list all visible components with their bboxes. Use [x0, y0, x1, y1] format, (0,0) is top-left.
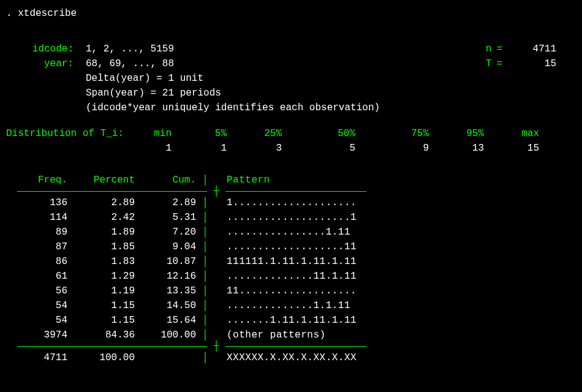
th-freq: Freq.	[6, 173, 67, 187]
year-line: year: 68, 69, ..., 88 T = 15	[6, 56, 576, 71]
dist-v-p95: 13	[429, 141, 484, 156]
year-label: year:	[6, 56, 74, 71]
cell-pct: 1.83	[67, 254, 135, 269]
table-total-row: 4711 100.00 │ XXXXXX.X.XX.X.XX.X.XX	[6, 350, 576, 365]
total-freq: 4711	[6, 350, 67, 365]
distribution-values: 1 1 3 5 9 13 15	[6, 141, 576, 156]
dist-h-p95: 95%	[429, 126, 484, 141]
distribution-header: Distribution of T_i: min 5% 25% 50% 75% …	[6, 126, 576, 141]
cell-pattern: ...................11	[214, 239, 357, 254]
th-pct: Percent	[67, 173, 135, 187]
cell-freq: 61	[6, 269, 67, 284]
cell-pattern: 111111.1.11.1.11.1.11	[214, 254, 357, 269]
idcode-label: idcode:	[6, 42, 74, 56]
T-label: T	[455, 56, 491, 71]
total-pct: 100.00	[67, 350, 135, 365]
table-header-row: Freq. Percent Cum. │ Pattern	[6, 173, 576, 187]
cell-pattern: ................1.11	[214, 225, 350, 239]
span-note: Span(year) = 21 periods	[6, 86, 576, 100]
cell-freq: 89	[6, 225, 67, 239]
cell-pct: 1.19	[67, 284, 135, 298]
cell-pct: 1.29	[67, 269, 135, 284]
cell-cum: 7.20	[135, 225, 196, 239]
pattern-table: Freq. Percent Cum. │ Pattern ┼ 1362.892.…	[6, 173, 576, 365]
col-divider-icon: │	[196, 284, 214, 298]
n-label: n	[455, 42, 491, 56]
cell-cum: 12.16	[135, 269, 196, 284]
cell-freq: 114	[6, 210, 67, 225]
col-divider-icon: │	[196, 298, 214, 313]
cell-pct: 1.89	[67, 225, 135, 239]
dist-v-max: 15	[484, 141, 539, 156]
cell-pattern: ....................1	[214, 210, 357, 225]
col-divider-icon: │	[196, 254, 214, 269]
table-row: 561.1913.35│11...................	[6, 284, 576, 298]
table-row: 1142.425.31│....................1	[6, 210, 576, 225]
cell-freq: 54	[6, 313, 67, 328]
cell-freq: 87	[6, 239, 67, 254]
cell-cum: 10.87	[135, 254, 196, 269]
cell-pattern: 1....................	[214, 195, 357, 210]
cell-cum: 14.50	[135, 298, 196, 313]
n-equals: =	[491, 42, 507, 56]
dist-h-p25: 25%	[227, 126, 282, 141]
cell-pct: 2.89	[67, 195, 135, 210]
dist-h-p50: 50%	[282, 126, 355, 141]
col-divider-icon: │	[196, 239, 214, 254]
dist-v-p75: 9	[355, 141, 429, 156]
table-row: 541.1515.64│.......1.11.1.11.1.11	[6, 313, 576, 328]
dist-v-p5: 1	[172, 141, 227, 156]
dist-v-p50: 5	[282, 141, 355, 156]
T-equals: =	[491, 56, 507, 71]
cell-cum: 100.00	[135, 328, 196, 342]
dist-h-max: max	[484, 126, 539, 141]
cell-freq: 136	[6, 195, 67, 210]
cell-freq: 54	[6, 298, 67, 313]
dist-h-p75: 75%	[355, 126, 429, 141]
cell-pct: 2.42	[67, 210, 135, 225]
dist-v-p25: 3	[227, 141, 282, 156]
unique-note: (idcode*year uniquely identifies each ob…	[6, 100, 576, 115]
cell-freq: 56	[6, 284, 67, 298]
table-row: 1362.892.89│1....................	[6, 195, 576, 210]
table-row: 541.1514.50│..............1.1.11	[6, 298, 576, 313]
cell-pattern: 11...................	[214, 284, 357, 298]
col-divider-icon: │	[196, 313, 214, 328]
delta-note: Delta(year) = 1 unit	[6, 71, 576, 86]
th-cum: Cum.	[135, 173, 196, 187]
table-rule-top: ┼	[6, 191, 576, 192]
col-divider-icon: │	[196, 269, 214, 284]
cell-pattern: ..............11.1.11	[214, 269, 357, 284]
dist-v-min: 1	[135, 141, 172, 156]
cell-freq: 86	[6, 254, 67, 269]
cell-freq: 3974	[6, 328, 67, 342]
cell-pct: 1.15	[67, 313, 135, 328]
command-prompt: . xtdescribe	[6, 6, 576, 21]
table-row: 871.859.04│...................11	[6, 239, 576, 254]
cell-cum: 9.04	[135, 239, 196, 254]
cell-pattern: (other patterns)	[214, 328, 326, 342]
cell-pct: 1.85	[67, 239, 135, 254]
cell-pct: 1.15	[67, 298, 135, 313]
table-row: 611.2912.16│..............11.1.11	[6, 269, 576, 284]
table-row: 861.8310.87│111111.1.11.1.11.1.11	[6, 254, 576, 269]
dist-label: Distribution of T_i:	[6, 126, 135, 141]
cell-cum: 2.89	[135, 195, 196, 210]
cell-cum: 5.31	[135, 210, 196, 225]
cell-cum: 13.35	[135, 284, 196, 298]
cell-pattern: .......1.11.1.11.1.11	[214, 313, 357, 328]
T-value: 15	[507, 56, 576, 71]
dist-h-min: min	[135, 126, 172, 141]
table-row: 891.897.20│................1.11	[6, 225, 576, 239]
cell-cum: 15.64	[135, 313, 196, 328]
idcode-range: 1, 2, ..., 5159	[74, 42, 174, 56]
n-value: 4711	[507, 42, 576, 56]
col-divider-icon: │	[196, 210, 214, 225]
idcode-line: idcode: 1, 2, ..., 5159 n = 4711	[6, 42, 576, 56]
table-row: 397484.36100.00│(other patterns)	[6, 328, 576, 342]
year-range: 68, 69, ..., 88	[74, 56, 174, 71]
total-pattern: XXXXXX.X.XX.X.XX.X.XX	[214, 350, 357, 365]
cell-pattern: ..............1.1.11	[214, 298, 350, 313]
table-rule-bottom: ┼	[6, 346, 576, 347]
dist-h-p5: 5%	[172, 126, 227, 141]
